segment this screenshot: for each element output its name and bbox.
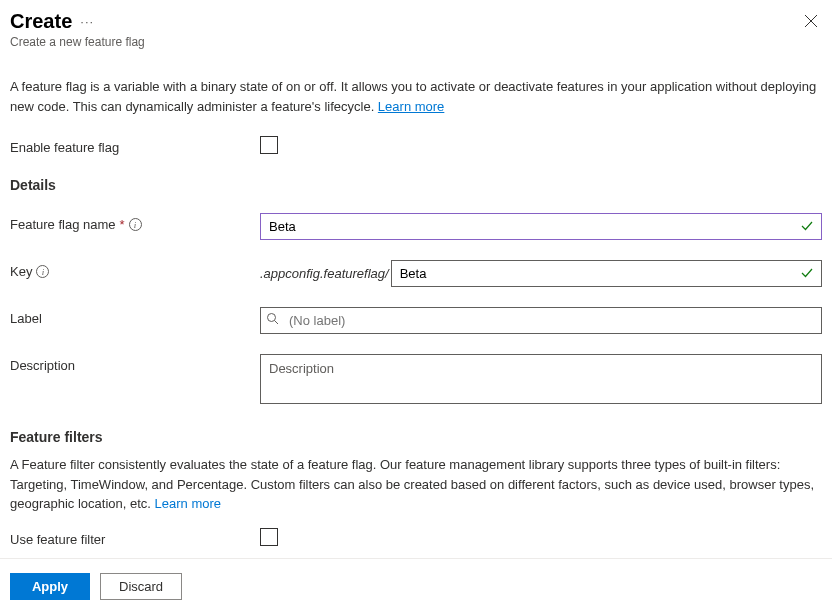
info-icon[interactable]: i [36,265,49,278]
label-input[interactable] [260,307,822,334]
footer-bar: Apply Discard [0,558,832,614]
close-icon [804,14,818,28]
enable-flag-checkbox[interactable] [260,136,278,154]
intro-learn-more-link[interactable]: Learn more [378,99,444,114]
details-heading: Details [10,177,822,193]
key-prefix: .appconfig.featureflag/ [260,266,389,281]
key-label-text: Key [10,264,32,279]
apply-button[interactable]: Apply [10,573,90,600]
key-label: Key i [10,260,260,279]
description-label: Description [10,354,260,373]
panel-title: Create [10,10,72,33]
description-input[interactable] [260,354,822,404]
enable-flag-label: Enable feature flag [10,136,260,155]
discard-button[interactable]: Discard [100,573,182,600]
info-icon[interactable]: i [129,218,142,231]
filters-heading: Feature filters [10,429,822,445]
label-field-label: Label [10,307,260,326]
search-icon [266,312,280,329]
more-actions-icon[interactable]: ··· [80,14,94,29]
feature-name-label: Feature flag name * i [10,213,260,232]
intro-text: A feature flag is a variable with a bina… [10,77,822,116]
required-asterisk: * [120,217,125,232]
feature-name-input[interactable] [260,213,822,240]
filters-intro: A Feature filter consistently evaluates … [10,455,822,514]
close-button[interactable] [800,10,822,34]
feature-name-label-text: Feature flag name [10,217,116,232]
panel-subtitle: Create a new feature flag [10,35,145,49]
filters-learn-more-link[interactable]: Learn more [155,496,221,511]
checkmark-icon [800,266,814,283]
checkmark-icon [800,219,814,236]
svg-point-0 [268,314,276,322]
use-filter-checkbox[interactable] [260,528,278,546]
filters-intro-body: A Feature filter consistently evaluates … [10,457,814,511]
key-input[interactable] [391,260,822,287]
use-filter-label: Use feature filter [10,528,260,547]
